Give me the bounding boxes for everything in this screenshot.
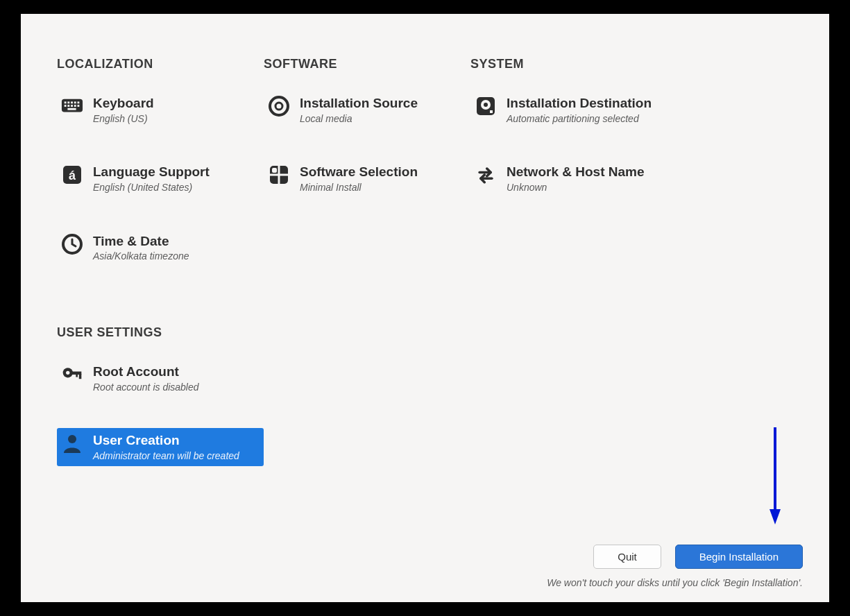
spoke-keyboard-status: English (US) — [93, 113, 154, 126]
svg-rect-2 — [67, 101, 69, 103]
spoke-language-status: English (United States) — [93, 182, 210, 194]
svg-rect-10 — [78, 105, 80, 107]
spoke-destination-status: Automatic partitioning selected — [507, 113, 652, 126]
key-icon — [61, 363, 83, 386]
footer-hint: We won't touch your disks until you clic… — [547, 577, 803, 588]
svg-rect-26 — [79, 374, 82, 379]
spoke-keyboard-title: Keyboard — [93, 95, 154, 112]
spoke-root[interactable]: Root Account Root account is disabled — [57, 359, 264, 397]
section-localization: LOCALIZATION — [57, 57, 264, 71]
packages-icon — [268, 164, 290, 186]
spoke-software[interactable]: Software Selection Minimal Install — [264, 160, 470, 198]
spoke-software-status: Minimal Install — [300, 182, 418, 194]
spoke-datetime[interactable]: Time & Date Asia/Kolkata timezone — [57, 229, 264, 267]
svg-rect-1 — [65, 101, 67, 103]
disc-icon — [268, 95, 290, 117]
svg-rect-4 — [74, 101, 76, 103]
spoke-network[interactable]: Network & Host Name Unknown — [470, 160, 794, 198]
section-system: SYSTEM — [470, 57, 794, 71]
section-user: USER SETTINGS — [57, 325, 794, 340]
quit-button[interactable]: Quit — [593, 545, 661, 569]
svg-point-24 — [66, 370, 69, 374]
spoke-network-status: Unknown — [507, 182, 645, 194]
spoke-source[interactable]: Installation Source Local media — [264, 91, 470, 129]
svg-rect-18 — [272, 168, 277, 173]
spoke-root-status: Root account is disabled — [93, 382, 199, 394]
spoke-network-title: Network & Host Name — [507, 164, 645, 180]
spoke-user-status: Administrator team will be created — [93, 450, 239, 463]
svg-point-15 — [270, 97, 288, 115]
spoke-datetime-status: Asia/Kolkata timezone — [93, 250, 189, 263]
svg-rect-6 — [65, 105, 67, 107]
spoke-user-title: User Creation — [93, 432, 239, 449]
user-icon — [61, 432, 83, 454]
spoke-software-title: Software Selection — [300, 164, 418, 180]
harddisk-icon — [475, 95, 497, 117]
keyboard-icon — [61, 95, 83, 117]
spoke-language[interactable]: á Language Support English (United State… — [57, 160, 264, 198]
svg-rect-11 — [67, 108, 76, 110]
svg-rect-22 — [490, 110, 493, 113]
svg-point-16 — [275, 103, 282, 110]
network-icon — [475, 164, 497, 186]
svg-rect-5 — [78, 101, 80, 103]
spoke-source-title: Installation Source — [300, 95, 418, 112]
spoke-language-title: Language Support — [93, 164, 210, 180]
clock-icon — [61, 233, 83, 255]
installer-window: LOCALIZATION Keyboard — [21, 14, 829, 602]
begin-installation-button[interactable]: Begin Installation — [675, 545, 803, 569]
spoke-user-creation[interactable]: User Creation Administrator team will be… — [57, 428, 264, 466]
svg-rect-7 — [67, 105, 69, 107]
svg-point-28 — [68, 435, 76, 443]
svg-rect-9 — [74, 105, 76, 107]
svg-rect-3 — [71, 101, 73, 103]
spoke-root-title: Root Account — [93, 363, 199, 380]
svg-point-21 — [484, 103, 488, 107]
spoke-destination-title: Installation Destination — [507, 95, 652, 112]
spoke-datetime-title: Time & Date — [93, 233, 189, 250]
spoke-destination[interactable]: Installation Destination Automatic parti… — [470, 91, 794, 129]
spoke-source-status: Local media — [300, 113, 418, 126]
language-icon: á — [61, 164, 83, 186]
svg-rect-27 — [76, 374, 78, 377]
footer: Quit Begin Installation We won't touch y… — [547, 545, 803, 588]
section-software: SOFTWARE — [264, 57, 470, 71]
spoke-keyboard[interactable]: Keyboard English (US) — [57, 91, 264, 129]
svg-rect-8 — [71, 105, 73, 107]
svg-text:á: á — [69, 169, 76, 182]
